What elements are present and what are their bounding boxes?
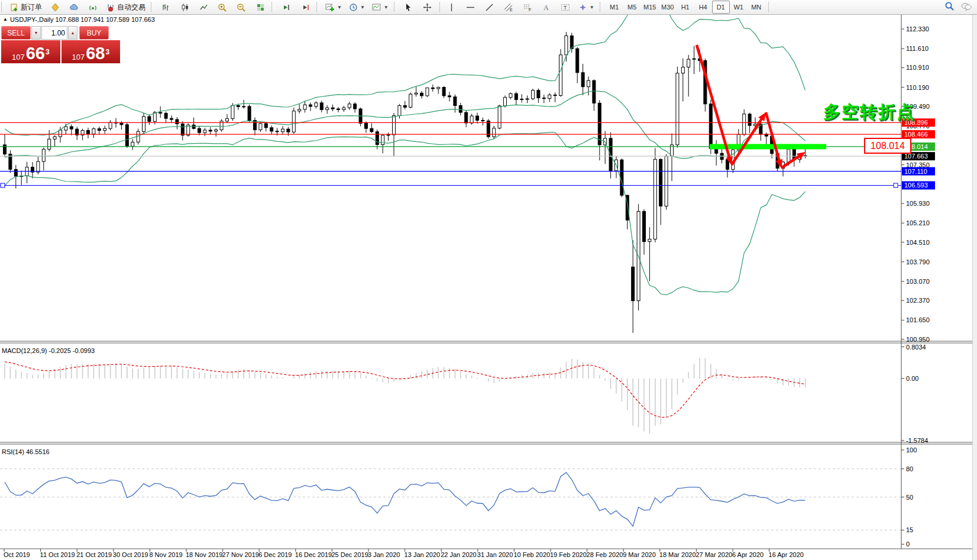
buy-quote[interactable]: 107 68 3 bbox=[62, 40, 121, 63]
candle-body bbox=[303, 105, 306, 109]
label-icon: T bbox=[561, 3, 570, 12]
svg-text:A: A bbox=[544, 4, 549, 12]
rsi-axis-tick: 100 bbox=[906, 446, 917, 454]
sell-quote[interactable]: 107 66 3 bbox=[1, 40, 60, 63]
candle-body bbox=[237, 106, 240, 107]
templates-icon bbox=[372, 3, 381, 12]
zoom-out-icon bbox=[237, 3, 246, 12]
auto-scroll-icon bbox=[282, 3, 291, 12]
candle-body bbox=[120, 123, 123, 125]
medal-button[interactable] bbox=[46, 1, 64, 14]
candle-body bbox=[64, 127, 67, 130]
text-tool-button[interactable]: A bbox=[538, 1, 555, 14]
line-drag-handle[interactable] bbox=[1, 183, 5, 187]
candle-body bbox=[348, 104, 351, 108]
candle-body bbox=[59, 130, 62, 137]
toolbar-grip[interactable] bbox=[394, 2, 397, 12]
cursor-tool-button[interactable] bbox=[400, 1, 418, 14]
tab-timeframe-h4[interactable]: H4 bbox=[694, 1, 712, 14]
vline-tool-button[interactable] bbox=[443, 1, 461, 14]
candle-body bbox=[42, 149, 45, 161]
candle-body bbox=[387, 135, 390, 135]
candle-body bbox=[598, 103, 601, 145]
shapes-tool-button[interactable]: ▼ bbox=[575, 1, 597, 14]
shapes-icon bbox=[578, 3, 587, 12]
zoom-in-button[interactable] bbox=[213, 1, 231, 14]
crosshair-tool-button[interactable] bbox=[419, 1, 436, 14]
tab-timeframe-mn[interactable]: MN bbox=[748, 1, 765, 14]
toolbar-grip[interactable] bbox=[600, 2, 603, 12]
toolbar-grip[interactable] bbox=[151, 2, 154, 12]
sell-button[interactable]: SELL bbox=[1, 26, 31, 40]
line-drag-handle[interactable] bbox=[894, 183, 898, 187]
candle-body bbox=[515, 93, 517, 99]
tile-windows-button[interactable] bbox=[251, 1, 269, 14]
signals-button[interactable] bbox=[84, 1, 102, 14]
periods-button[interactable]: ▼ bbox=[346, 1, 368, 14]
candle-body bbox=[137, 131, 140, 142]
tab-timeframe-m15[interactable]: M15 bbox=[641, 1, 659, 14]
buy-button[interactable]: BUY bbox=[79, 26, 109, 40]
candle-body bbox=[576, 48, 579, 73]
one-click-trade-panel: SELL ▼ 1.00 ▲ BUY 107 66 3 107 68 3 bbox=[1, 26, 120, 63]
buy-price-pips: 68 bbox=[86, 46, 105, 61]
tab-timeframe-w1[interactable]: W1 bbox=[730, 1, 748, 14]
rsi-axis-tick: 0 bbox=[906, 540, 910, 548]
candle-body bbox=[648, 239, 651, 241]
search-icon[interactable] bbox=[944, 1, 955, 14]
hline-tool-button[interactable] bbox=[462, 1, 480, 14]
channel-tool-button[interactable]: E bbox=[500, 1, 517, 14]
sell-price-big-figure: 107 bbox=[12, 53, 25, 61]
community-button[interactable] bbox=[65, 1, 83, 14]
candle-body bbox=[681, 67, 684, 73]
toolbar-grip[interactable] bbox=[316, 2, 320, 12]
tab-timeframe-m5[interactable]: M5 bbox=[623, 1, 641, 14]
price-tag-box[interactable]: 108.014 bbox=[864, 138, 911, 154]
candle-body bbox=[415, 93, 418, 94]
price-axis-tick: 112.330 bbox=[906, 25, 929, 33]
turning-point-annotation[interactable]: 多空转折点 bbox=[823, 101, 915, 124]
vline-icon bbox=[447, 3, 456, 12]
fibonacci-tool-button[interactable]: F bbox=[519, 1, 536, 14]
volume-input[interactable]: 1.00 bbox=[41, 26, 67, 40]
date-axis-label: 13 Jan 2020 bbox=[405, 551, 441, 558]
candle-body bbox=[709, 104, 712, 149]
candle-body bbox=[381, 135, 384, 145]
toolbar-grip[interactable] bbox=[1, 2, 5, 12]
chevron-down-icon: ▼ bbox=[590, 5, 594, 10]
date-axis-label: 25 Dec 2019 bbox=[331, 551, 368, 558]
chat-icon[interactable] bbox=[960, 2, 972, 14]
tab-timeframe-m1[interactable]: M1 bbox=[606, 1, 623, 14]
chart-canvas[interactable]: MACD(12,26,9) -0.2025 -0.0993RSI(14) 46.… bbox=[0, 0, 977, 560]
tab-timeframe-d1[interactable]: D1 bbox=[712, 1, 730, 14]
toolbar-grip[interactable] bbox=[271, 2, 275, 12]
price-axis-flag-text: 106.593 bbox=[904, 182, 928, 189]
volume-down-button[interactable]: ▼ bbox=[31, 26, 41, 40]
auto-scroll-button[interactable] bbox=[277, 1, 295, 14]
candle-body bbox=[526, 99, 529, 99]
indicators-button[interactable]: ▼ bbox=[322, 1, 345, 14]
tab-timeframe-m30[interactable]: M30 bbox=[659, 1, 677, 14]
candle-body bbox=[320, 103, 323, 110]
trendline-tool-button[interactable] bbox=[481, 1, 499, 14]
autotrading-button[interactable]: 自动交易 bbox=[103, 1, 148, 14]
new-order-button[interactable]: 新订单 bbox=[7, 1, 45, 14]
bar-chart-button[interactable] bbox=[157, 1, 174, 14]
volume-up-button[interactable]: ▲ bbox=[68, 26, 77, 40]
date-axis-label: 8 Nov 2019 bbox=[149, 551, 182, 558]
macd-label: MACD(12,26,9) -0.2025 -0.0993 bbox=[2, 347, 95, 354]
templates-button[interactable]: ▼ bbox=[369, 1, 392, 14]
candlestick-button[interactable] bbox=[176, 1, 193, 14]
candle-body bbox=[504, 98, 507, 106]
price-axis-tick: 103.070 bbox=[906, 278, 930, 285]
price-axis-tick: 105.210 bbox=[906, 219, 930, 226]
chart-shift-button[interactable] bbox=[296, 1, 314, 14]
tab-timeframe-h1[interactable]: H1 bbox=[677, 1, 694, 14]
line-chart-button[interactable] bbox=[195, 1, 212, 14]
svg-text:T: T bbox=[564, 5, 567, 11]
periods-icon bbox=[349, 3, 358, 12]
zoom-out-button[interactable] bbox=[232, 1, 250, 14]
candle-body bbox=[181, 124, 184, 135]
candle-body bbox=[554, 95, 557, 96]
label-tool-button[interactable]: T bbox=[557, 1, 574, 14]
